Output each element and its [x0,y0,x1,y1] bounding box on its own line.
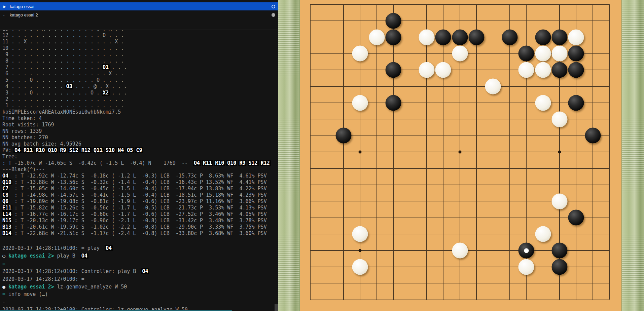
terminal-text: : T -16.77c W -16.17c S -0.60c ( -1.7 L … [11,211,278,217]
terminal-line: 7 . . . . . . . . . . . . . . . O1 . . . [2,64,278,71]
grid-line-horizontal [310,283,609,284]
terminal-line: NN rows: 1339 [2,128,278,134]
black-stone [386,62,401,78]
black-stone [552,259,568,275]
terminal-line: NN avg batch size: 4.95926 [2,141,278,147]
terminal-text: : T -19.89c W -19.08c S -0.81c ( -1.9 L … [8,198,278,204]
black-stone [568,46,584,62]
terminal-line: 2020-03-17 14:28:12+0100: = [2,275,278,283]
terminal-text: 9 . . . . . . . . . . . . . . . . . . . [2,51,124,57]
terminal-text: 2 . . . . . . . . . . . . . . . . . . . [2,96,124,102]
move-badge: S12 [68,147,79,153]
terminal-line: Q10 : T -13.88c W -13.56c S -0.32c ( -1.… [2,179,278,186]
terminal-text: 10 . . . . . . . . . . . . . . . . . . . [2,45,124,51]
black-stone [552,243,568,259]
white-stone [568,29,584,45]
status-circle-filled-icon[interactable] [272,13,275,17]
terminal-text: 7 . . . . . . . . . . . . . . . [2,64,103,70]
terminal-line: N15 : T -20.13c W -19.17c S -0.96c ( -2.… [2,218,278,224]
status-circle-outline-icon[interactable] [272,5,275,8]
terminal-text: PV: [2,147,14,153]
task-label: katago essai 2 [10,12,272,17]
move-badge: L14 [2,211,12,217]
star-point [359,249,362,252]
terminal-text: NN avg batch size: 4.95926 [2,141,81,147]
black-stone [435,29,451,45]
goban-surface[interactable] [300,0,621,311]
terminal-panel[interactable]: 13 . . . O . X . . . . . . . . O . X . .… [0,0,278,311]
terminal-line: koSIMPLEscoreAREAtaxNONEsui0whbNkomi7.5 [2,109,278,115]
terminal-scrollback: 13 . . . O . X . . . . . . . . O . X . .… [2,26,278,237]
terminal-line: 2 . . . . . . . . . . . . . . . . . . . [2,96,278,103]
grid-line-horizontal [310,185,609,185]
white-stone [552,46,568,62]
terminal-text: katago essai 2> [8,253,54,259]
white-stone [485,79,501,94]
terminal-line: = [2,260,278,268]
terminal-line: ● katago essai 2> lz-genmove_analyze W 5… [2,283,278,291]
terminal-text: ○ [2,253,8,259]
move-badge: S12 [248,160,259,166]
terminal-line: 9 . . . . . . . . . . . . . . . . . . . [2,51,278,58]
move-badge: Q10 [226,160,237,166]
black-stone [552,62,568,78]
grid-line-horizontal [310,218,609,218]
terminal-line: 11 . . X . . . . . . . . . . . . . . X . [2,39,278,45]
terminal-text: - [2,299,5,305]
move-badge: R10 [214,160,225,166]
task-item-katago-essai-2[interactable]: - katago essai 2 [0,11,278,19]
grid-line-vertical [609,4,610,300]
black-stone [552,29,568,45]
terminal-text: 2020-03-17 14:28:11+0100: = play [2,245,106,251]
white-stone [352,46,368,62]
terminal-line: PV: O4 R11 R10 Q10 R9 S12 R12 Q11 S10 N4… [2,147,278,154]
white-stone [535,46,551,62]
white-stone [552,193,568,209]
star-point [458,151,461,154]
dash-icon: - [3,13,9,17]
terminal-text: 12 . . . . . . . . . . . . . . . O . . . [2,32,124,38]
black-stone [518,243,534,259]
move-badge: E11 [2,205,12,211]
terminal-text: katago essai 2> [8,284,54,290]
terminal-line: E11 : T -15.82c W -15.26c S -0.56c ( -1.… [2,205,278,211]
white-stone [352,226,368,242]
terminal-line: C8 : T -14.98c W -14.57c S -0.41c ( -1.5… [2,192,278,198]
terminal-text: : T -20.13c W -19.17c S -0.96c ( -2.1 L … [11,218,278,224]
terminal-text: : T -12.92c W -12.74c S -0.18c ( -1.2 L … [8,173,278,179]
terminal-text: : T -13.88c W -13.56c S -0.32c ( -1.4 L … [11,179,278,185]
terminal-line: 3 . . . O . . . . . . . . . O . X2 . . . [2,90,278,96]
terminal-text: 3 . . . O . . . . . . . . . O . [2,90,103,96]
black-stone [568,210,584,226]
move-badge: R10 [35,147,46,153]
white-stone [419,29,434,45]
terminal-text: 5 . . . O . . . . . . . . . . O . . . . [2,77,124,83]
move-badge: Q10 [47,147,58,153]
terminal-text: . . . @ . X . . . [72,83,127,89]
terminal-text: lz-genmove_analyze W 50 [54,284,127,290]
white-stone [352,95,368,111]
terminal-text: 8 . . . . . . . . . . . . . . . . . . . [2,58,124,64]
grid-line-vertical [593,4,593,300]
terminal-line: ○ katago essai 2> play B O4 [2,252,278,260]
terminal-line: = info move (…) [2,290,278,298]
terminal-line: NN batches: 270 [2,134,278,141]
terminal-scrollbar[interactable] [275,304,278,311]
terminal-text: : T -15.07c W -14.65c S -0.42c ( -1.5 L … [2,160,194,166]
play-triangle-icon: ▶ [3,5,9,8]
move-badge: R11 [23,147,34,153]
terminal-text: : T -20.61c W -19.59c S -1.02c ( -2.2 L … [11,224,278,230]
black-stone [502,29,517,45]
white-stone [435,62,451,78]
terminal-text: 6 . . . . . . . . . . . . . . . . X . . [2,71,124,77]
task-item-katago-essai[interactable]: ▶ katago essai [0,2,278,10]
white-stone [419,62,434,78]
tatami-border-left [278,0,300,311]
grid-line-vertical [493,4,494,300]
terminal-line: B14 : T -22.68c W -21.51c S -1.17c ( -2.… [2,230,278,237]
move-badge: R12 [260,160,271,166]
terminal-text: Root visits: 1769 [2,122,54,128]
terminal-line: - [2,298,278,306]
black-stone [386,95,401,111]
screen: 13 . . . O . X . . . . . . . . O . X . .… [0,0,644,311]
